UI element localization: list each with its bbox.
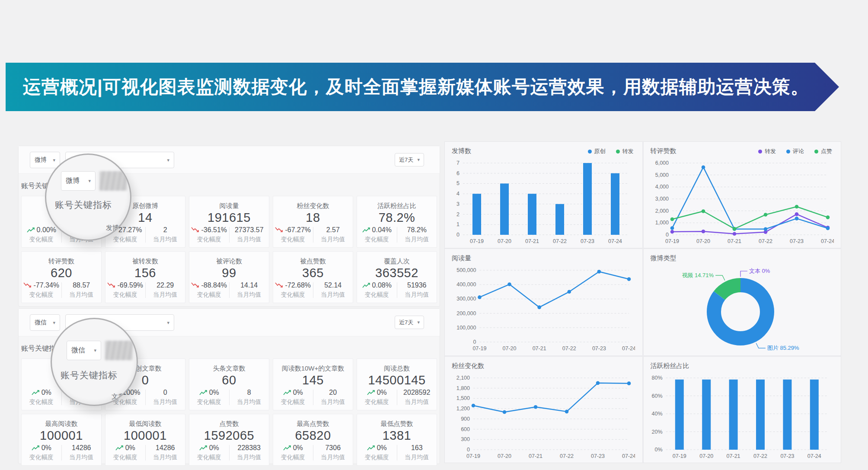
legend-item[interactable]: 转发 — [616, 147, 634, 155]
svg-text:7: 7 — [456, 160, 460, 166]
svg-text:6,000: 6,000 — [655, 160, 668, 166]
avg-label: 当月均值 — [313, 291, 353, 299]
change-label: 变化幅度 — [357, 236, 397, 243]
change-label: 变化幅度 — [189, 454, 229, 461]
avg-value: 14.14 — [230, 281, 269, 289]
svg-text:1: 1 — [456, 221, 460, 227]
kpi-card-title: 活跃粉丝占比 — [357, 202, 437, 210]
change-label: 变化幅度 — [105, 236, 145, 243]
svg-text:5,000: 5,000 — [655, 172, 668, 178]
svg-text:07-21: 07-21 — [529, 453, 542, 459]
svg-text:07-19: 07-19 — [470, 238, 484, 244]
legend-dot-icon — [814, 150, 818, 153]
svg-text:400,000: 400,000 — [456, 282, 476, 288]
svg-text:07-21: 07-21 — [726, 453, 740, 459]
kpi-card: 被转发数156-69.59%变化幅度22.29当月均值 — [105, 251, 185, 303]
avg-block: 14.14当月均值 — [230, 281, 269, 299]
change-line: 0% — [105, 444, 145, 451]
svg-text:3: 3 — [456, 201, 460, 207]
kpi-card-footer: 0%变化幅度20当月均值 — [273, 389, 353, 406]
redacted-account-name — [99, 171, 127, 191]
change-label: 变化幅度 — [105, 291, 145, 299]
legend-item[interactable]: 原创 — [588, 147, 606, 155]
kpi-card-title: 转评赞数 — [22, 257, 101, 265]
trend-down-icon — [275, 227, 284, 233]
magnified-platform-select[interactable]: 微博▾ — [61, 171, 96, 191]
svg-text:图片 85.29%: 图片 85.29% — [767, 345, 799, 351]
change-percent: 0% — [41, 444, 51, 452]
avg-block: 228383当月均值 — [230, 444, 269, 461]
svg-text:600: 600 — [461, 426, 470, 432]
kpi-card: 阅读总数145001450%变化幅度2028592当月均值 — [357, 358, 437, 410]
platform-select[interactable]: 微信▾ — [30, 314, 60, 331]
change-label: 变化幅度 — [273, 291, 313, 299]
svg-text:1,000: 1,000 — [655, 220, 668, 226]
svg-text:4: 4 — [456, 191, 460, 197]
platform-select[interactable]: 微博▾ — [30, 152, 60, 168]
kpi-card-footer: 0%变化幅度2028592当月均值 — [357, 389, 437, 406]
kpi-card-title: 被评论数 — [189, 257, 269, 265]
avg-label: 当月均值 — [146, 236, 185, 243]
avg-label: 当月均值 — [62, 291, 102, 299]
date-range-select[interactable]: 近7天▾ — [395, 316, 424, 329]
legend-item[interactable]: 转发 — [758, 147, 776, 155]
change-line: 0.00% — [22, 226, 61, 233]
magnified-platform-select[interactable]: 微信▾ — [67, 341, 101, 360]
change-percent: -67.27% — [285, 226, 311, 234]
kpi-card-title: 点赞数 — [189, 420, 269, 428]
kpi-card: 阅读量191615-36.51%变化幅度27373.57当月均值 — [189, 196, 269, 248]
avg-value: 2028592 — [397, 389, 437, 396]
change-line: 0% — [357, 444, 397, 451]
change-line: 0.08% — [357, 281, 397, 289]
avg-value: 2 — [146, 226, 185, 233]
avg-block: 0当月均值 — [146, 389, 185, 406]
legend-dot-icon — [786, 150, 790, 153]
legend-item[interactable]: 点赞 — [814, 147, 832, 155]
change-block: 0%变化幅度 — [105, 444, 145, 461]
legend-item[interactable]: 评论 — [786, 147, 804, 155]
magnified-header: 微博▾ — [61, 171, 127, 191]
kpi-card-footer: 0%变化幅度7306当月均值 — [273, 444, 353, 461]
change-label: 变化幅度 — [105, 454, 145, 461]
weibo-metrics-panel: 微博▾▾近7天▾账号关键指标发博数0.00%变化幅度当月均值原创微博1427.2… — [18, 146, 440, 307]
avg-label: 当月均值 — [397, 236, 437, 243]
legend-label: 评论 — [793, 147, 804, 155]
change-block: -36.51%变化幅度 — [189, 226, 229, 243]
kpi-card-footer: 0.08%变化幅度51936当月均值 — [357, 281, 437, 299]
date-range-select-value: 近7天 — [399, 156, 413, 164]
kpi-card-footer: -67.27%变化幅度2.57当月均值 — [273, 226, 353, 243]
avg-value: 14286 — [146, 444, 185, 451]
change-percent: 0.08% — [372, 281, 392, 289]
kpi-card: 转评赞数620-77.34%变化幅度88.57当月均值 — [21, 251, 102, 303]
avg-label: 当月均值 — [397, 291, 437, 299]
magnifier-overlay: 微博▾账号关键指标发博数 — [45, 153, 131, 241]
trend-up-icon — [27, 227, 35, 233]
trend-up-icon — [115, 445, 124, 451]
avg-label: 当月均值 — [313, 454, 353, 461]
chart-line-cell: 阅读量0100,000200,000300,000400,000500,0000… — [445, 249, 642, 355]
kpi-card: 覆盖人次3635520.08%变化幅度51936当月均值 — [357, 251, 437, 303]
change-line: 0.04% — [357, 226, 397, 233]
change-percent: 0% — [293, 444, 303, 452]
trend-up-icon — [32, 445, 40, 451]
avg-value: 78.2% — [397, 226, 437, 233]
change-line: 0% — [22, 444, 61, 451]
date-range-select[interactable]: 近7天▾ — [395, 153, 424, 166]
avg-block: 52.14当月均值 — [313, 281, 353, 299]
change-line: -67.27% — [273, 226, 313, 233]
change-line: 0% — [273, 389, 313, 396]
kpi-card-footer: -69.59%变化幅度22.29当月均值 — [105, 281, 185, 299]
change-block: 0.08%变化幅度 — [357, 281, 397, 299]
change-label: 变化幅度 — [22, 398, 61, 406]
avg-value: 52.14 — [313, 281, 353, 289]
svg-text:07-20: 07-20 — [498, 453, 511, 459]
trend-up-icon — [367, 445, 376, 451]
svg-text:4,000: 4,000 — [655, 184, 668, 190]
kpi-card-value: 99 — [189, 266, 269, 281]
kpi-card-value: 1592065 — [189, 428, 269, 443]
svg-text:1,800: 1,800 — [456, 385, 470, 391]
kpi-card-value: 14500145 — [357, 373, 437, 388]
kpi-card-footer: 0%变化幅度14286当月均值 — [22, 444, 101, 461]
avg-value: 88.57 — [62, 281, 102, 289]
svg-text:2: 2 — [456, 211, 460, 217]
